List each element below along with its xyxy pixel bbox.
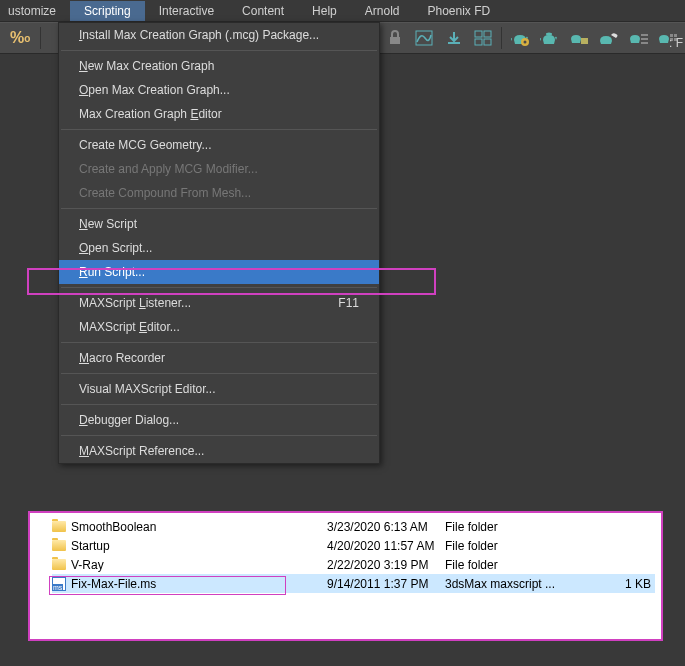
menu-item-debugger-dialog[interactable]: Debugger Dialog...	[59, 408, 379, 432]
svg-point-9	[546, 33, 552, 36]
teapot-list-icon[interactable]	[624, 25, 652, 51]
file-row[interactable]: V-Ray2/22/2020 3:19 PMFile folder	[52, 555, 655, 574]
separator	[40, 27, 41, 49]
svg-rect-11	[641, 34, 648, 36]
file-name: Startup	[71, 539, 327, 553]
file-row[interactable]: Startup4/20/2020 11:57 AMFile folder	[52, 536, 655, 555]
svg-rect-2	[448, 42, 460, 44]
svg-rect-6	[484, 39, 491, 45]
download-icon[interactable]	[440, 25, 468, 51]
svg-rect-5	[475, 39, 482, 45]
toolbar-right-text: : F	[669, 36, 683, 50]
menu-item-visual-maxscript-editor[interactable]: Visual MAXScript Editor...	[59, 377, 379, 401]
file-size: 1 KB	[605, 577, 651, 591]
menu-item-maxscript-reference[interactable]: MAXScript Reference...	[59, 439, 379, 463]
file-type: 3dsMax maxscript ...	[445, 577, 605, 591]
svg-point-8	[523, 41, 526, 44]
separator	[61, 404, 377, 405]
separator	[61, 50, 377, 51]
menu-item-run-script[interactable]: Run Script...	[59, 260, 379, 284]
file-row[interactable]: Fix-Max-File.ms9/14/2011 1:37 PM3dsMax m…	[52, 574, 655, 593]
menu-item-create-and-apply-mcg-modifier: Create and Apply MCG Modifier...	[59, 157, 379, 181]
separator	[61, 129, 377, 130]
menu-item-create-mcg-geometry[interactable]: Create MCG Geometry...	[59, 133, 379, 157]
percent-snap-icon[interactable]: %o	[4, 29, 36, 47]
svg-rect-3	[475, 31, 482, 37]
menu-item-open-script[interactable]: Open Script...	[59, 236, 379, 260]
svg-rect-0	[390, 37, 400, 44]
menu-content[interactable]: Content	[228, 1, 298, 21]
svg-rect-4	[484, 31, 491, 37]
file-type: File folder	[445, 520, 605, 534]
separator	[61, 287, 377, 288]
menu-help[interactable]: Help	[298, 1, 351, 21]
menu-item-install-max-creation-graph-mcg-package[interactable]: Install Max Creation Graph (.mcg) Packag…	[59, 23, 379, 47]
svg-rect-10	[581, 38, 588, 44]
menu-item-new-max-creation-graph[interactable]: New Max Creation Graph	[59, 54, 379, 78]
svg-rect-12	[641, 38, 648, 40]
menu-customize[interactable]: ustomize	[0, 1, 70, 21]
teapot-gear-icon[interactable]	[506, 25, 534, 51]
menu-item-maxscript-listener[interactable]: MAXScript Listener...F11	[59, 291, 379, 315]
maxscript-file-icon	[52, 577, 68, 591]
file-type: File folder	[445, 539, 605, 553]
file-date: 3/23/2020 6:13 AM	[327, 520, 445, 534]
menu-interactive[interactable]: Interactive	[145, 1, 228, 21]
menu-arnold[interactable]: Arnold	[351, 1, 414, 21]
file-name: Fix-Max-File.ms	[71, 577, 327, 591]
folder-icon	[52, 520, 68, 534]
file-date: 9/14/2011 1:37 PM	[327, 577, 445, 591]
teapot-cloud-icon[interactable]	[595, 25, 623, 51]
file-date: 2/22/2020 3:19 PM	[327, 558, 445, 572]
menu-item-new-script[interactable]: New Script	[59, 212, 379, 236]
menu-item-max-creation-graph-editor[interactable]: Max Creation Graph Editor	[59, 102, 379, 126]
menubar: ustomize Scripting Interactive Content H…	[0, 0, 685, 22]
menu-item-maxscript-editor[interactable]: MAXScript Editor...	[59, 315, 379, 339]
folder-icon	[52, 558, 68, 572]
file-row[interactable]: SmoothBoolean3/23/2020 6:13 AMFile folde…	[52, 517, 655, 536]
file-type: File folder	[445, 558, 605, 572]
separator	[61, 435, 377, 436]
grid-layout-icon[interactable]	[469, 25, 497, 51]
separator	[61, 208, 377, 209]
lock-icon[interactable]	[381, 25, 409, 51]
file-name: SmoothBoolean	[71, 520, 327, 534]
separator	[61, 373, 377, 374]
separator	[61, 342, 377, 343]
teapot-icon[interactable]	[535, 25, 563, 51]
folder-icon	[52, 539, 68, 553]
separator	[501, 27, 502, 49]
scripting-dropdown: Install Max Creation Graph (.mcg) Packag…	[58, 22, 380, 464]
menu-item-create-compound-from-mesh: Create Compound From Mesh...	[59, 181, 379, 205]
file-name: V-Ray	[71, 558, 327, 572]
menu-item-open-max-creation-graph[interactable]: Open Max Creation Graph...	[59, 78, 379, 102]
menu-phoenixfd[interactable]: Phoenix FD	[413, 1, 504, 21]
menu-item-macro-recorder[interactable]: Macro Recorder	[59, 346, 379, 370]
teapot-box-icon[interactable]	[565, 25, 593, 51]
curve-editor-icon[interactable]	[410, 25, 438, 51]
file-date: 4/20/2020 11:57 AM	[327, 539, 445, 553]
file-browser: SmoothBoolean3/23/2020 6:13 AMFile folde…	[28, 511, 663, 641]
svg-rect-13	[641, 42, 648, 44]
menu-scripting[interactable]: Scripting	[70, 1, 145, 21]
